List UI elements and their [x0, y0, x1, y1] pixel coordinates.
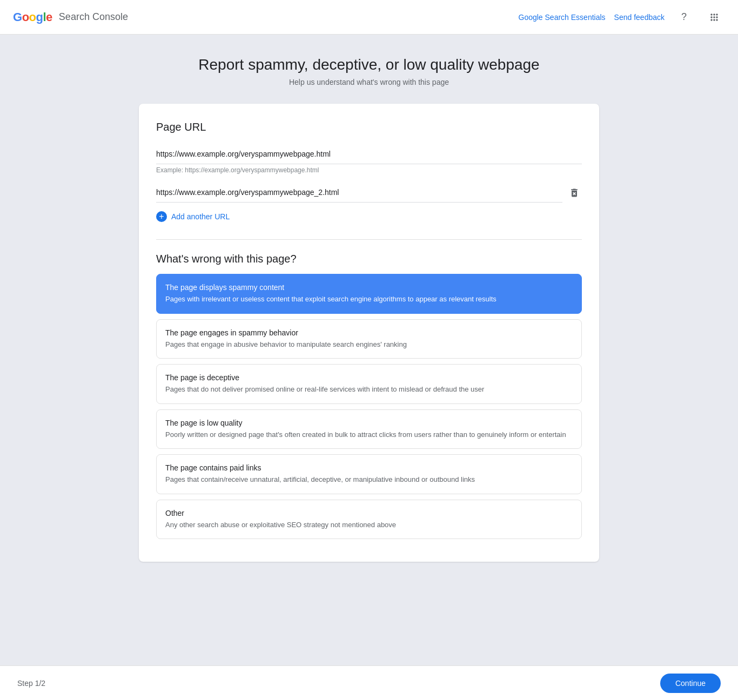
logo-e: e [46, 10, 52, 24]
section-divider [156, 239, 582, 240]
form-card: Page URL Example: https://example.org/ve… [139, 104, 599, 562]
wrong-section: What's wrong with this page? The page di… [156, 253, 582, 539]
option-title-deceptive: The page is deceptive [165, 373, 573, 382]
option-title-spammy-content: The page displays spammy content [165, 283, 573, 292]
add-url-button[interactable]: + Add another URL [156, 207, 230, 226]
options-container: The page displays spammy contentPages wi… [156, 274, 582, 539]
header: Google Search Console Google Search Esse… [0, 0, 738, 35]
google-logo: Google [13, 10, 52, 24]
option-desc-deceptive: Pages that do not deliver promised onlin… [165, 384, 573, 395]
trash-icon [569, 187, 580, 198]
delete-url2-button[interactable] [567, 185, 582, 200]
url2-row [156, 183, 582, 203]
footer: Step 1/2 Continue [0, 665, 738, 700]
apps-icon [709, 12, 720, 23]
page-subtitle: Help us understand what's wrong with thi… [139, 78, 599, 86]
option-desc-spammy-content: Pages with irrelevant or useless content… [165, 294, 573, 305]
option-title-paid-links: The page contains paid links [165, 463, 573, 472]
option-card-other[interactable]: OtherAny other search abuse or exploitat… [156, 500, 582, 540]
page-title: Report spammy, deceptive, or low quality… [139, 56, 599, 73]
option-desc-spammy-behavior: Pages that engage in abusive behavior to… [165, 339, 573, 350]
continue-button[interactable]: Continue [660, 674, 721, 693]
url1-input[interactable] [156, 144, 582, 164]
logo-g: G [13, 10, 22, 24]
option-title-low-quality: The page is low quality [165, 419, 573, 427]
add-url-label: Add another URL [171, 212, 230, 221]
help-icon: ? [681, 11, 687, 23]
main-content: Report spammy, deceptive, or low quality… [126, 35, 612, 627]
logo-o2: o [29, 10, 36, 24]
option-card-spammy-behavior[interactable]: The page engages in spammy behaviorPages… [156, 319, 582, 359]
url-section: Page URL Example: https://example.org/ve… [156, 121, 582, 226]
step-label: Step 1/2 [17, 679, 45, 688]
url2-input[interactable] [156, 183, 562, 203]
send-feedback-link[interactable]: Send feedback [614, 13, 665, 22]
url-section-title: Page URL [156, 121, 582, 133]
wrong-section-title: What's wrong with this page? [156, 253, 582, 265]
option-desc-paid-links: Pages that contain/receive unnatural, ar… [165, 474, 573, 485]
option-title-other: Other [165, 509, 573, 517]
header-left: Google Search Console [13, 10, 128, 24]
option-title-spammy-behavior: The page engages in spammy behavior [165, 328, 573, 337]
google-search-essentials-link[interactable]: Google Search Essentials [519, 13, 606, 22]
option-card-low-quality[interactable]: The page is low qualityPoorly written or… [156, 409, 582, 449]
header-right: Google Search Essentials Send feedback ? [519, 6, 726, 28]
logo-o1: o [22, 10, 29, 24]
url1-hint: Example: https://example.org/veryspammyw… [156, 166, 582, 174]
option-card-paid-links[interactable]: The page contains paid linksPages that c… [156, 454, 582, 494]
logo-g2: g [36, 10, 43, 24]
header-brand: Search Console [59, 11, 128, 23]
option-card-spammy-content[interactable]: The page displays spammy contentPages wi… [156, 274, 582, 314]
help-button[interactable]: ? [673, 6, 695, 28]
url1-wrapper [156, 144, 582, 164]
add-url-icon: + [156, 211, 167, 222]
option-card-deceptive[interactable]: The page is deceptivePages that do not d… [156, 364, 582, 404]
option-desc-low-quality: Poorly written or designed page that's o… [165, 429, 573, 440]
option-desc-other: Any other search abuse or exploitative S… [165, 520, 573, 530]
apps-button[interactable] [703, 6, 725, 28]
